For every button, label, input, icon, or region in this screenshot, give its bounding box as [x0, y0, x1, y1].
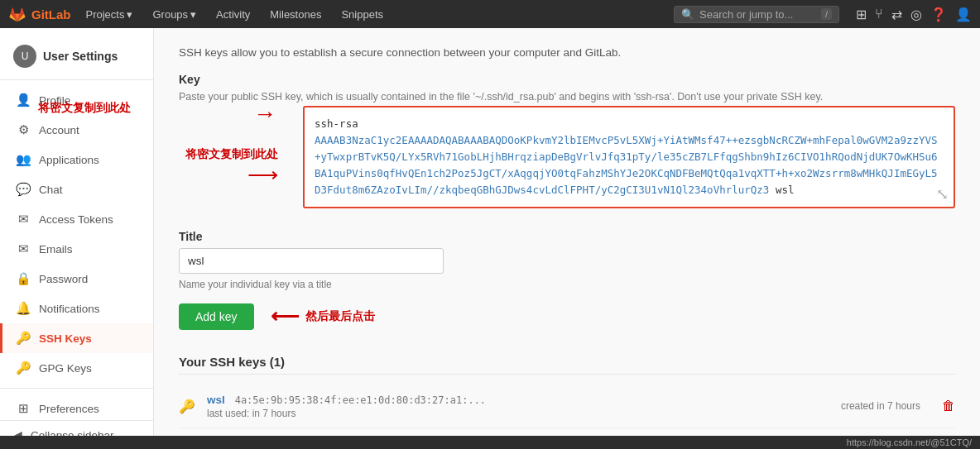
statusbar: https://blog.csdn.net/@51CTQ/ — [0, 436, 980, 449]
annotation-copy-label: 将密文复制到此处 — [185, 147, 278, 162]
nav-activity[interactable]: Activity — [211, 8, 255, 21]
search-shortcut-badge: / — [821, 8, 832, 20]
sidebar-item-emails[interactable]: ✉ Emails — [0, 234, 153, 264]
ssh-keys-section: Your SSH keys (1) 🔑 wsl 4a:5e:9b:95:38:4… — [179, 355, 955, 428]
then-click-label: 然后最后点击 — [305, 309, 375, 324]
sidebar-item-gpg-keys[interactable]: 🔑 GPG Keys — [0, 353, 153, 383]
sidebar-header: U User Settings — [0, 36, 153, 80]
main-content: SSH keys allow you to establish a secure… — [154, 28, 980, 449]
account-icon: ⚙ — [16, 122, 31, 137]
sidebar-item-chat[interactable]: 💬 Chat — [0, 174, 153, 204]
sidebar-divider — [0, 388, 153, 389]
arrow-right-annotation: → — [253, 101, 276, 127]
brand-logo[interactable]: GitLab — [8, 5, 71, 23]
sidebar-item-password[interactable]: 🔒 Password — [0, 264, 153, 294]
plus-icon[interactable]: ⊞ — [856, 7, 867, 22]
ssh-keys-section-title: Your SSH keys (1) — [179, 355, 955, 375]
profile-icon: 👤 — [16, 93, 31, 107]
sidebar-item-applications[interactable]: 👥 Applications — [0, 145, 153, 174]
global-search-box[interactable]: 🔍 Search or jump to... / — [674, 6, 839, 23]
title-label: Title — [179, 230, 955, 243]
key-textarea-wrapper: ssh-rsa AAAAB3NzaC1yc2EAAAADAQABAAABAQDO… — [303, 106, 955, 208]
ssh-key-fingerprint: 4a:5e:9b:95:38:4f:ee:e1:0d:80:d3:27:a1:.… — [235, 394, 486, 406]
applications-icon: 👥 — [16, 152, 31, 167]
ssh-intro-text: SSH keys allow you to establish a secure… — [179, 45, 955, 61]
issue-icon[interactable]: ◎ — [910, 7, 922, 22]
ssh-keys-icon: 🔑 — [16, 331, 31, 346]
ssh-key-info: wsl 4a:5e:9b:95:38:4f:ee:e1:0d:80:d3:27:… — [207, 393, 833, 419]
sidebar-item-notifications[interactable]: 🔔 Notifications — [0, 294, 153, 323]
annotation-copy: 将密文复制到此处 — [38, 101, 131, 116]
key-section-label: Key — [179, 73, 955, 86]
chevron-down-icon: ▾ — [190, 8, 196, 21]
key-text: AAAAB3NzaC1yc2EAAAADAQABAAABAQDOoKPkvmY2… — [315, 134, 938, 196]
nav-snippets[interactable]: Snippets — [336, 8, 388, 21]
help-icon[interactable]: ❓ — [930, 7, 947, 22]
gpg-keys-icon: 🔑 — [16, 361, 31, 375]
ssh-key-last-used: last used: in 7 hours — [207, 408, 833, 419]
topnav: GitLab Projects ▾ Groups ▾ Activity Mile… — [0, 0, 980, 28]
ssh-key-entry-icon: 🔑 — [179, 399, 195, 414]
access-tokens-icon: ✉ — [16, 212, 31, 227]
avatar: U — [13, 45, 36, 68]
nav-milestones[interactable]: Milestones — [265, 8, 326, 21]
sidebar-item-ssh-keys[interactable]: 🔑 SSH Keys — [0, 323, 153, 353]
user-avatar-icon[interactable]: 👤 — [955, 7, 972, 22]
sidebar-item-account[interactable]: ⚙ Account — [0, 115, 153, 145]
key-section-desc: Paste your public SSH key, which is usua… — [179, 91, 955, 103]
nav-projects[interactable]: Projects ▾ — [81, 8, 138, 21]
ssh-key-delete-button[interactable]: 🗑 — [942, 399, 955, 413]
sidebar-item-access-tokens[interactable]: ✉ Access Tokens — [0, 204, 153, 234]
search-icon: 🔍 — [681, 8, 694, 21]
topnav-right-actions: ⊞ ⑂ ⇄ ◎ ❓ 👤 — [856, 7, 972, 22]
nav-groups[interactable]: Groups ▾ — [147, 8, 201, 21]
notifications-icon: 🔔 — [16, 301, 31, 316]
sidebar-item-preferences[interactable]: ⊞ Preferences — [0, 394, 153, 423]
sidebar-title: User Settings — [43, 50, 118, 63]
annotation-arrow-right: ⟶ — [247, 164, 278, 185]
password-icon: 🔒 — [16, 271, 31, 286]
ssh-key-row: 🔑 wsl 4a:5e:9b:95:38:4f:ee:e1:0d:80:d3:2… — [179, 385, 955, 428]
title-hint: Name your individual key via a title — [179, 279, 955, 290]
ssh-key-name: wsl — [207, 394, 225, 406]
then-click-arrow: ⟵ — [271, 305, 299, 328]
merge-request-icon[interactable]: ⇄ — [891, 7, 902, 22]
fork-icon[interactable]: ⑂ — [875, 7, 883, 21]
gitlab-logo-icon — [8, 5, 26, 23]
chat-icon: 💬 — [16, 182, 31, 197]
key-textarea-content: ssh-rsa AAAAB3NzaC1yc2EAAAADAQABAAABAQDO… — [305, 107, 954, 207]
ssh-key-created: created in 7 hours — [841, 400, 920, 412]
preferences-icon: ⊞ — [16, 401, 31, 416]
add-key-row: Add key ⟵ 然后最后点击 — [179, 303, 955, 330]
emails-icon: ✉ — [16, 241, 31, 256]
resize-handle-icon: ⤡ — [936, 185, 949, 203]
statusbar-url: https://blog.csdn.net/@51CTQ/ — [847, 437, 972, 447]
title-input[interactable] — [179, 248, 444, 274]
chevron-down-icon: ▾ — [127, 8, 132, 21]
sidebar: U User Settings 👤 Profile ⚙ Account 👥 Ap… — [0, 28, 154, 449]
add-key-button[interactable]: Add key — [179, 303, 254, 330]
